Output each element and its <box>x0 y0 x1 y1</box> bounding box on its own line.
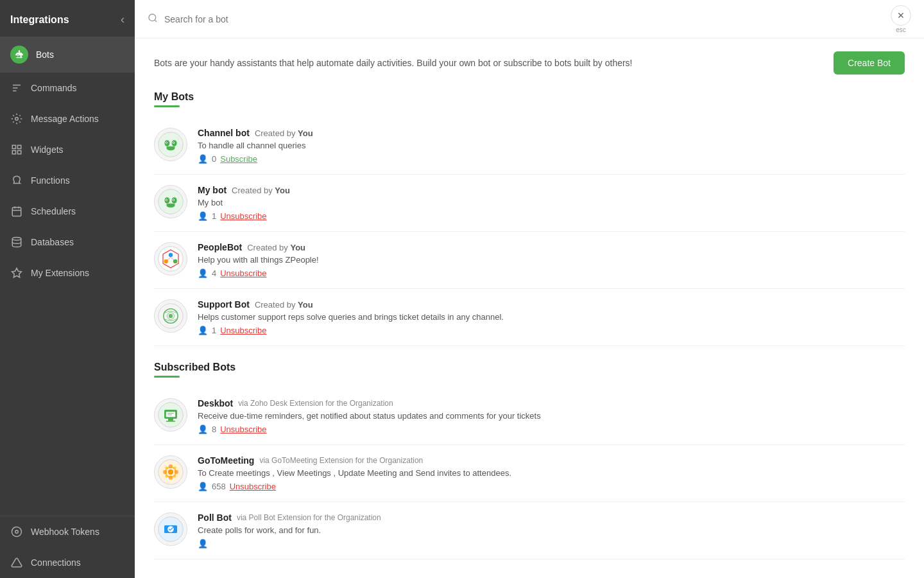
my-bot-name-row: My bot Created by You <box>198 185 905 195</box>
support-bot-description: Helps customer support reps solve querie… <box>198 312 905 322</box>
svg-point-14 <box>149 14 156 21</box>
sidebar-item-my-extensions-label: My Extensions <box>31 268 89 278</box>
gotomeeting-avatar <box>154 455 187 489</box>
gotomeeting-info: GoToMeeting via GoToMeeting Extension fo… <box>198 455 905 491</box>
svg-point-59 <box>165 475 168 478</box>
sidebar-item-commands[interactable]: Commands <box>0 73 135 103</box>
svg-point-12 <box>12 238 21 241</box>
poll-bot-name-row: Poll Bot via Poll Bot Extension for the … <box>198 512 905 523</box>
my-extensions-icon <box>10 267 23 279</box>
user-icon: 👤 <box>198 211 208 221</box>
my-bot-sub-row: 👤 1 Unsubscribe <box>198 211 905 221</box>
svg-point-3 <box>15 118 19 121</box>
support-bot-info: Support Bot Created by You Helps custome… <box>198 299 905 335</box>
gotomeeting-name: GoToMeeting <box>198 455 254 466</box>
user-icon: 👤 <box>198 539 208 548</box>
create-bot-button[interactable]: Create Bot <box>834 51 905 74</box>
svg-point-58 <box>173 466 176 469</box>
deskbot-info: Deskbot via Zoho Desk Extension for the … <box>198 398 905 434</box>
sidebar-item-schedulers[interactable]: Schedulers <box>0 196 135 227</box>
people-bot-avatar <box>154 242 187 276</box>
channel-bot-count: 0 <box>212 154 216 164</box>
databases-icon <box>10 236 23 249</box>
sidebar-item-my-extensions[interactable]: My Extensions <box>0 258 135 288</box>
people-bot-unsubscribe-button[interactable]: Unsubscribe <box>220 268 266 278</box>
deskbot-via: via Zoho Desk Extension for the Organiza… <box>238 399 393 408</box>
content-header: Bots are your handy assistants that help… <box>135 39 924 85</box>
my-bots-section-title: My Bots <box>154 91 905 103</box>
channel-bot-subscribe-button[interactable]: Subscribe <box>220 154 257 164</box>
subscribed-bots-underline <box>154 376 180 378</box>
my-bot-info: My bot Created by You My bot 👤 1 Unsubsc… <box>198 185 905 221</box>
functions-icon <box>10 174 23 187</box>
svg-point-54 <box>169 476 173 480</box>
deskbot-sub-row: 👤 8 Unsubscribe <box>198 425 905 434</box>
bot-item-gotomeeting: GoToMeeting via GoToMeeting Extension fo… <box>154 445 905 502</box>
sidebar-item-widgets[interactable]: Widgets <box>0 134 135 165</box>
user-icon: 👤 <box>198 326 208 335</box>
support-bot-sub-row: 👤 1 Unsubscribe <box>198 326 905 335</box>
my-bot-created-by: Created by You <box>232 186 290 195</box>
sidebar-item-bots-label: Bots <box>36 49 54 60</box>
svg-point-56 <box>175 470 178 474</box>
gotomeeting-count: 658 <box>212 482 226 491</box>
user-icon: 👤 <box>198 154 208 164</box>
close-button[interactable]: ✕ <box>891 5 911 26</box>
message-actions-icon <box>10 112 23 125</box>
sidebar-item-functions[interactable]: Functions <box>0 165 135 196</box>
svg-point-53 <box>169 464 173 468</box>
user-icon: 👤 <box>198 268 208 278</box>
svg-point-55 <box>163 470 167 474</box>
deskbot-description: Receive due-time reminders, get notified… <box>198 411 905 421</box>
sidebar-item-functions-label: Functions <box>31 175 70 186</box>
svg-point-21 <box>166 142 167 143</box>
people-bot-name-row: PeopleBot Created by You <box>198 242 905 252</box>
my-bots-underline <box>154 105 180 107</box>
sidebar-item-commands-label: Commands <box>31 83 77 93</box>
sidebar-item-bots[interactable]: Bots <box>0 37 135 73</box>
sidebar-item-webhook-tokens[interactable]: Webhook Tokens <box>0 516 135 547</box>
deskbot-name: Deskbot <box>198 398 233 408</box>
search-input[interactable] <box>164 14 884 24</box>
gotomeeting-unsubscribe-button[interactable]: Unsubscribe <box>230 482 276 491</box>
poll-bot-name: Poll Bot <box>198 512 232 523</box>
people-bot-count: 4 <box>212 268 216 278</box>
sidebar-item-schedulers-label: Schedulers <box>31 206 76 216</box>
support-bot-unsubscribe-button[interactable]: Unsubscribe <box>220 326 266 335</box>
svg-rect-46 <box>166 412 175 417</box>
channel-bot-created-by: Created by You <box>255 128 313 138</box>
sidebar-item-widgets-label: Widgets <box>31 144 64 155</box>
sidebar-item-connections-label: Connections <box>31 557 81 568</box>
channel-bot-name-row: Channel bot Created by You <box>198 128 905 138</box>
my-bot-unsubscribe-button[interactable]: Unsubscribe <box>220 211 266 221</box>
bot-item-channel-bot: Channel bot Created by You To handle all… <box>154 118 905 175</box>
poll-bot-via: via Poll Bot Extension for the Organizat… <box>237 513 381 522</box>
bot-item-deskbot: Deskbot via Zoho Desk Extension for the … <box>154 388 905 445</box>
my-bot-avatar <box>154 185 187 218</box>
content-scroll: My Bots <box>135 85 924 578</box>
sidebar-collapse-button[interactable]: ‹ <box>121 13 124 26</box>
deskbot-unsubscribe-button[interactable]: Unsubscribe <box>220 425 266 434</box>
close-button-container: ✕ esc <box>891 5 911 33</box>
support-bot-name: Support Bot <box>198 299 250 310</box>
svg-rect-33 <box>167 204 175 206</box>
bots-icon <box>10 46 28 64</box>
sidebar-item-message-actions[interactable]: Message Actions <box>0 103 135 134</box>
svg-rect-6 <box>12 151 15 154</box>
sidebar-item-connections[interactable]: Connections <box>0 547 135 578</box>
webhook-tokens-icon <box>10 525 23 538</box>
sidebar-item-message-actions-label: Message Actions <box>31 114 99 124</box>
connections-icon <box>10 556 23 569</box>
people-bot-created-by: Created by You <box>247 243 305 252</box>
my-bot-count: 1 <box>212 211 216 221</box>
sidebar-item-databases[interactable]: Databases <box>0 227 135 258</box>
support-bot-count: 1 <box>212 326 216 335</box>
gotomeeting-sub-row: 👤 658 Unsubscribe <box>198 482 905 491</box>
channel-bot-name: Channel bot <box>198 128 250 138</box>
my-bot-description: My bot <box>198 198 905 207</box>
subscribed-bots-section-title: Subscribed Bots <box>154 362 905 373</box>
poll-bot-info: Poll Bot via Poll Bot Extension for the … <box>198 512 905 548</box>
svg-rect-48 <box>166 421 175 422</box>
svg-point-61 <box>168 469 173 475</box>
commands-icon <box>10 82 23 94</box>
